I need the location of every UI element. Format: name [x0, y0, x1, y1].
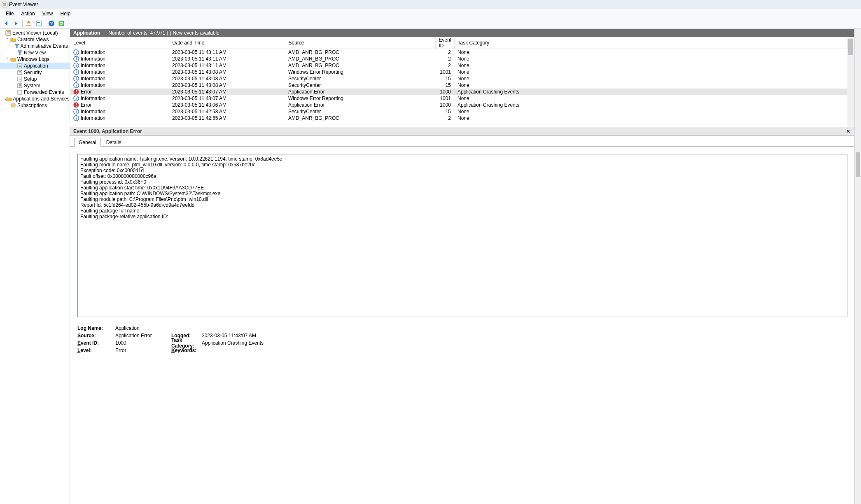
tab-general[interactable]: General: [74, 138, 101, 147]
properties-button[interactable]: [34, 19, 43, 28]
col-task[interactable]: Task Category: [454, 37, 847, 49]
level-text: Information: [81, 56, 105, 62]
collapse-icon[interactable]: ˅: [5, 36, 10, 43]
folder-icon: [10, 56, 16, 62]
tree-custom-views[interactable]: ˅ Custom Views: [0, 36, 70, 43]
refresh-button[interactable]: [57, 19, 66, 28]
level-text: Error: [81, 89, 92, 95]
log-icon: [16, 83, 23, 89]
up-button[interactable]: [24, 19, 33, 28]
source-label: Source:: [77, 333, 115, 338]
table-row[interactable]: Information2023-03-05 11:43:11 AMAMD_ANR…: [70, 56, 847, 62]
task-cell: None: [454, 108, 847, 115]
col-event-id[interactable]: Event ID: [435, 37, 454, 49]
info-icon: [73, 82, 79, 88]
table-row[interactable]: Information2023-03-05 11:42:58 AMSecurit…: [70, 108, 847, 115]
date-cell: 2023-03-05 11:42:58 AM: [169, 108, 285, 115]
grid-scrollbar[interactable]: [847, 37, 854, 127]
table-row[interactable]: Information2023-03-05 11:43:08 AMWindows…: [70, 69, 847, 75]
event-id-cell: 1000: [435, 102, 454, 108]
tree-panel: Event Viewer (Local) ˅ Custom Views Admi…: [0, 29, 70, 504]
tab-details[interactable]: Details: [102, 138, 126, 147]
table-row[interactable]: Information2023-03-05 11:43:11 AMAMD_ANR…: [70, 49, 847, 56]
tree-label: Event Viewer (Local): [12, 30, 58, 36]
level-label: Level:: [77, 348, 115, 353]
info-icon: [73, 69, 79, 75]
info-icon: [73, 49, 79, 55]
right-scrollbar[interactable]: [854, 29, 861, 504]
table-row[interactable]: Error2023-03-05 11:43:06 AMApplication E…: [70, 102, 847, 108]
tree-system[interactable]: System: [0, 82, 70, 89]
date-cell: 2023-03-05 11:43:08 AM: [169, 75, 285, 82]
source-value: Application Error: [115, 333, 171, 338]
tree-label: Application: [24, 63, 48, 69]
event-id-value: 1000: [115, 340, 171, 346]
tree-label: Subscriptions: [17, 102, 47, 109]
back-button[interactable]: [2, 19, 11, 28]
col-level[interactable]: Level: [70, 37, 169, 49]
source-cell: Windows Error Reporting: [285, 69, 435, 75]
tree-setup[interactable]: Setup: [0, 76, 70, 82]
source-cell: AMD_ANR_BG_PROC: [285, 62, 435, 69]
tree-subscriptions[interactable]: Subscriptions: [0, 102, 70, 109]
tree-admin-events[interactable]: Administrative Events: [0, 43, 70, 49]
col-source[interactable]: Source: [285, 37, 435, 49]
task-cell: None: [454, 75, 847, 82]
log-icon: [16, 89, 23, 95]
detail-text[interactable]: Faulting application name: Taskmgr.exe, …: [77, 154, 847, 317]
center-header-subtitle: Number of events: 47,971 (!) New events …: [108, 30, 219, 36]
event-id-cell: 2: [435, 62, 454, 69]
info-icon: [73, 109, 79, 114]
info-icon: [73, 96, 79, 101]
scrollbar-thumb[interactable]: [856, 152, 860, 177]
window-title: Event Viewer: [9, 2, 38, 7]
scrollbar-thumb[interactable]: [848, 39, 853, 55]
event-id-cell: 1001: [435, 95, 454, 102]
tree-new-view[interactable]: New View: [0, 49, 70, 56]
task-cell: None: [454, 95, 847, 102]
source-cell: AMD_ANR_BG_PROC: [285, 56, 435, 62]
tree-app-services[interactable]: › Applications and Services Logs: [0, 96, 70, 102]
source-cell: Application Error: [285, 102, 435, 108]
menu-file[interactable]: File: [2, 10, 17, 17]
table-row[interactable]: Information2023-03-05 11:43:08 AMSecurit…: [70, 75, 847, 82]
tree-security[interactable]: Security: [0, 69, 70, 76]
date-cell: 2023-03-05 11:43:11 AM: [169, 62, 285, 69]
tree-label: Applications and Services Logs: [13, 96, 70, 102]
event-grid: Level Date and Time Source Event ID Task…: [70, 37, 854, 127]
level-text: Information: [81, 96, 105, 101]
menu-view[interactable]: View: [39, 10, 56, 17]
table-row[interactable]: Information2023-03-05 11:43:07 AMWindows…: [70, 95, 847, 102]
event-id-cell: 2: [435, 56, 454, 62]
menu-action[interactable]: Action: [18, 10, 38, 17]
folder-icon: [6, 96, 12, 102]
col-date[interactable]: Date and Time: [169, 37, 285, 49]
task-cell: Application Crashing Events: [454, 89, 847, 95]
help-button[interactable]: [47, 19, 56, 28]
info-icon: [73, 63, 79, 68]
tree-root[interactable]: Event Viewer (Local): [0, 30, 70, 36]
forward-button[interactable]: [12, 19, 21, 28]
table-row[interactable]: Error2023-03-05 11:43:07 AMApplication E…: [70, 89, 847, 95]
event-id-cell: 15: [435, 82, 454, 89]
date-cell: 2023-03-05 11:43:08 AM: [169, 69, 285, 75]
log-name-label: Log Name:: [77, 325, 115, 331]
center-panel: Application Number of events: 47,971 (!)…: [70, 29, 854, 504]
close-icon[interactable]: ✕: [845, 128, 852, 135]
tree-windows-logs[interactable]: ˅ Windows Logs: [0, 56, 70, 63]
keywords-label: Keywords:: [171, 348, 202, 353]
tree-application[interactable]: Application: [0, 63, 70, 69]
table-row[interactable]: Information2023-03-05 11:43:08 AMSecurit…: [70, 82, 847, 89]
detail-tabs: General Details: [70, 136, 854, 147]
collapse-icon[interactable]: ˅: [5, 56, 10, 63]
tree-label: Custom Views: [17, 36, 49, 43]
error-icon: [73, 89, 79, 95]
menu-help[interactable]: Help: [57, 10, 74, 17]
table-row[interactable]: Information2023-03-05 11:43:11 AMAMD_ANR…: [70, 62, 847, 69]
table-row[interactable]: Information2023-03-05 11:42:55 AMAMD_ANR…: [70, 115, 847, 121]
tree-label: Forwarded Events: [24, 89, 64, 96]
task-category-value: Application Crashing Events: [202, 340, 264, 346]
info-icon: [73, 76, 79, 82]
tree-forwarded[interactable]: Forwarded Events: [0, 89, 70, 96]
level-value: Error: [115, 348, 171, 353]
